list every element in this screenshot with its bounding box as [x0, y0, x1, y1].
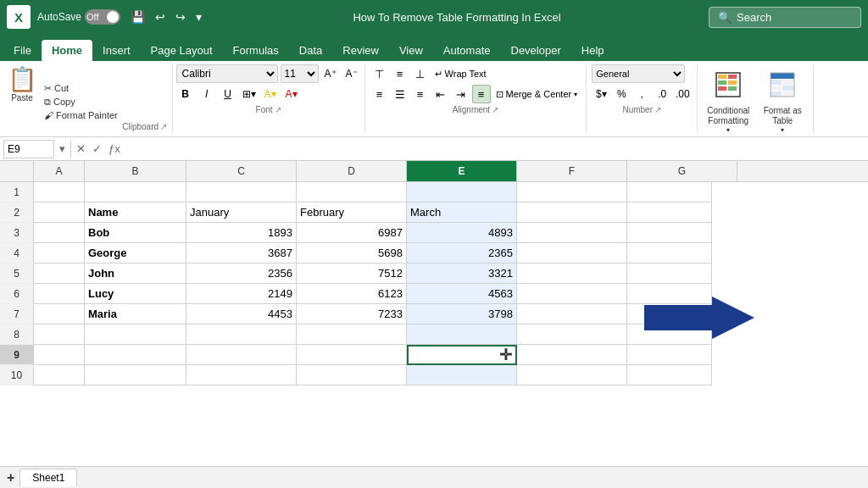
cell-a8[interactable]: [34, 324, 85, 345]
cell-d4[interactable]: 5698: [297, 243, 407, 263]
cell-f9[interactable]: [517, 345, 627, 365]
cell-e7[interactable]: 3798: [407, 304, 517, 324]
save-button[interactable]: 💾: [127, 8, 148, 25]
cell-c3[interactable]: 1893: [186, 223, 297, 243]
align-center-button[interactable]: ☰: [391, 85, 409, 103]
conditional-formatting-button[interactable]: Conditional Formatting ▾: [703, 68, 754, 130]
cell-a9[interactable]: [34, 345, 85, 365]
formula-input[interactable]: [125, 143, 865, 155]
underline-button[interactable]: U: [219, 85, 237, 103]
cell-g2[interactable]: [627, 202, 712, 223]
decrease-decimal-button[interactable]: .0: [653, 85, 671, 103]
insert-function-button[interactable]: ƒx: [107, 142, 122, 155]
cell-g8[interactable]: [627, 324, 712, 345]
cell-g1[interactable]: [627, 182, 712, 202]
tab-home[interactable]: Home: [42, 40, 92, 61]
cell-b9[interactable]: [85, 345, 186, 365]
format-table-button[interactable]: Format as Table ▾: [757, 68, 808, 130]
comma-button[interactable]: ,: [632, 85, 651, 103]
alignment-expand-icon[interactable]: ↗: [492, 105, 498, 114]
search-box[interactable]: 🔍 Search: [709, 7, 861, 28]
cell-f4[interactable]: [517, 243, 627, 263]
cut-button[interactable]: ✂ Cut: [41, 82, 121, 95]
cell-e9[interactable]: ✛: [407, 345, 517, 365]
font-expand-icon[interactable]: ↗: [275, 105, 281, 114]
cell-a10[interactable]: [34, 365, 85, 385]
sheet-tab-sheet1[interactable]: Sheet1: [19, 469, 77, 486]
number-format-select[interactable]: General: [592, 64, 685, 83]
cell-reference-box[interactable]: E9: [3, 140, 54, 158]
increase-decimal-button[interactable]: .00: [673, 85, 692, 103]
cell-d8[interactable]: [297, 324, 407, 345]
font-size-select[interactable]: 11: [281, 64, 319, 83]
col-header-d[interactable]: D: [297, 161, 407, 181]
cell-e10[interactable]: [407, 365, 517, 385]
border-button[interactable]: ⊞▾: [240, 85, 259, 103]
cancel-formula-button[interactable]: ✕: [75, 142, 87, 155]
cell-g7[interactable]: [627, 304, 712, 324]
tab-developer[interactable]: Developer: [501, 40, 571, 61]
cell-a2[interactable]: [34, 202, 85, 223]
cell-g5[interactable]: [627, 263, 712, 284]
col-header-f[interactable]: F: [517, 161, 627, 181]
cell-f5[interactable]: [517, 263, 627, 284]
increase-indent-button[interactable]: ⇥: [452, 85, 470, 103]
cell-a4[interactable]: [34, 243, 85, 263]
tab-view[interactable]: View: [389, 40, 433, 61]
cell-e3[interactable]: 4893: [407, 223, 517, 243]
align-bottom-button[interactable]: ⊥: [411, 64, 430, 83]
expand-ref-button[interactable]: ▾: [58, 142, 67, 155]
cell-c7[interactable]: 4453: [186, 304, 297, 324]
cell-b2[interactable]: Name: [85, 202, 186, 223]
cell-e6[interactable]: 4563: [407, 284, 517, 304]
cell-a6[interactable]: [34, 284, 85, 304]
cell-a7[interactable]: [34, 304, 85, 324]
cell-d10[interactable]: [297, 365, 407, 385]
cell-d5[interactable]: 7512: [297, 263, 407, 284]
cell-d2[interactable]: February: [297, 202, 407, 223]
cell-g6[interactable]: [627, 284, 712, 304]
cell-b3[interactable]: Bob: [85, 223, 186, 243]
tab-formulas[interactable]: Formulas: [223, 40, 289, 61]
align-middle-button[interactable]: ≡: [391, 64, 409, 83]
tab-help[interactable]: Help: [571, 40, 615, 61]
tab-automate[interactable]: Automate: [433, 40, 501, 61]
cell-d6[interactable]: 6123: [297, 284, 407, 304]
cell-g4[interactable]: [627, 243, 712, 263]
fill-color-button[interactable]: A▾: [261, 85, 280, 103]
tab-insert[interactable]: Insert: [92, 40, 141, 61]
col-header-e[interactable]: E: [407, 161, 517, 181]
cell-c4[interactable]: 3687: [186, 243, 297, 263]
tab-page-layout[interactable]: Page Layout: [141, 40, 223, 61]
decrease-indent-button[interactable]: ⇤: [431, 85, 450, 103]
align-top-button[interactable]: ⊤: [370, 64, 389, 83]
cell-g10[interactable]: [627, 365, 712, 385]
tab-data[interactable]: Data: [289, 40, 332, 61]
cell-e8[interactable]: [407, 324, 517, 345]
cell-b8[interactable]: [85, 324, 186, 345]
col-header-b[interactable]: B: [85, 161, 186, 181]
undo-button[interactable]: ↩: [152, 8, 169, 25]
cell-c10[interactable]: [186, 365, 297, 385]
format-painter-button[interactable]: 🖌 Format Painter: [41, 109, 121, 121]
cell-b5[interactable]: John: [85, 263, 186, 284]
cell-c9[interactable]: [186, 345, 297, 365]
cell-e1[interactable]: [407, 182, 517, 202]
cell-c2[interactable]: January: [186, 202, 297, 223]
redo-button[interactable]: ↪: [172, 8, 189, 25]
cell-b1[interactable]: [85, 182, 186, 202]
decrease-font-button[interactable]: A⁻: [342, 64, 361, 83]
customize-button[interactable]: ▾: [192, 8, 205, 25]
cell-b7[interactable]: Maria: [85, 304, 186, 324]
tab-file[interactable]: File: [3, 40, 42, 61]
bold-button[interactable]: B: [176, 85, 195, 103]
cell-e4[interactable]: 2365: [407, 243, 517, 263]
cell-a1[interactable]: [34, 182, 85, 202]
cell-b10[interactable]: [85, 365, 186, 385]
cell-c1[interactable]: [186, 182, 297, 202]
cell-a3[interactable]: [34, 223, 85, 243]
wrap-text-button[interactable]: ↵ Wrap Text: [431, 67, 490, 81]
tab-review[interactable]: Review: [332, 40, 389, 61]
merge-center-button[interactable]: ⊡ Merge & Center ▾: [492, 87, 581, 102]
align-left-button[interactable]: ≡: [370, 85, 389, 103]
